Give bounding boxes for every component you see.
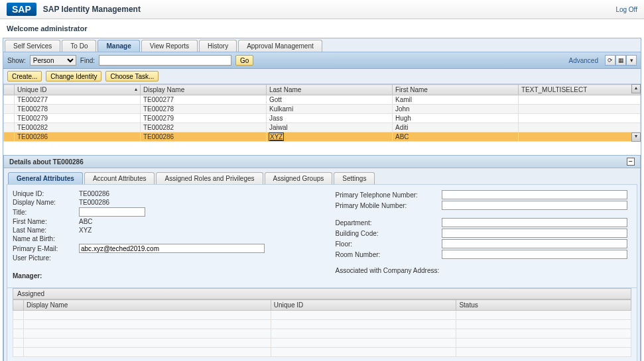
- tab-manage[interactable]: Manage: [97, 40, 139, 52]
- assigned-header: Assigned: [13, 288, 631, 299]
- mgr-col-status[interactable]: Status: [456, 300, 631, 311]
- label-company-addr: Associated with Company Address:: [336, 267, 468, 274]
- mgr-col-unique-id[interactable]: Unique ID: [271, 300, 456, 311]
- manager-section: Manager:: [13, 270, 309, 282]
- col-selector[interactable]: [4, 85, 15, 95]
- sort-asc-icon: ▴: [135, 86, 137, 92]
- label-title: Title:: [13, 209, 79, 216]
- value-display-name: TE000286: [79, 199, 309, 206]
- table-row[interactable]: TE000279TE000279JassHugh: [4, 114, 641, 123]
- export-icon[interactable]: ▦: [615, 55, 626, 66]
- details-title: Details about TE000286: [9, 158, 84, 166]
- input-room[interactable]: [442, 250, 627, 259]
- search-toolbar: Show: Person Find: Go Advanced ⟳ ▦ ▾: [3, 52, 641, 69]
- form-right: Primary Telephone Number: Primary Mobile…: [336, 190, 632, 282]
- label-building: Building Code:: [336, 230, 442, 237]
- table-row[interactable]: [13, 338, 631, 348]
- col-first-name[interactable]: First Name: [393, 85, 519, 95]
- input-email[interactable]: [79, 244, 265, 253]
- input-floor[interactable]: [442, 239, 627, 248]
- manager-label: Manager:: [13, 270, 309, 282]
- table-row-selected[interactable]: TE000286TE000286XYZABC: [4, 132, 641, 142]
- details-body: General Attributes Account Attributes As…: [3, 168, 641, 361]
- manager-table: Display Name Unique ID Status: [13, 299, 631, 357]
- table-row[interactable]: [13, 311, 631, 320]
- table-row[interactable]: TE000278TE000278KulkarniJohn: [4, 105, 641, 114]
- label-dept: Department:: [336, 219, 442, 227]
- form-left: Unique ID:TE000286 Display Name:TE000286…: [13, 190, 309, 282]
- show-select[interactable]: Person: [30, 55, 76, 66]
- tab-todo[interactable]: To Do: [62, 40, 96, 52]
- toolbar-icons: ⟳ ▦ ▾: [605, 55, 637, 66]
- label-unique-id: Unique ID:: [13, 190, 79, 197]
- create-button[interactable]: Create...: [7, 71, 42, 81]
- detail-tabs: General Attributes Account Attributes As…: [7, 171, 637, 184]
- table-row[interactable]: TE000282TE000282JaiwalAditi: [4, 123, 641, 132]
- value-unique-id: TE000286: [79, 190, 309, 197]
- input-title[interactable]: [79, 207, 145, 217]
- input-phone[interactable]: [442, 190, 627, 199]
- find-input[interactable]: [99, 55, 231, 66]
- main-content: Self Services To Do Manage View Reports …: [3, 38, 641, 361]
- app-header: SAP SAP Identity Management Log Off: [0, 0, 644, 19]
- collapse-icon[interactable]: −: [627, 158, 635, 166]
- input-mobile[interactable]: [442, 201, 627, 210]
- col-unique-id[interactable]: Unique ID▴: [15, 85, 141, 95]
- app-title: SAP Identity Management: [43, 5, 141, 14]
- welcome-text: Welcome administrator: [0, 19, 644, 38]
- table-row[interactable]: [13, 348, 631, 357]
- scroll-down-icon[interactable]: ▾: [631, 132, 641, 142]
- label-display-name: Display Name:: [13, 199, 79, 206]
- mgr-col-sel[interactable]: [13, 300, 24, 311]
- label-first-name: First Name:: [13, 218, 79, 225]
- find-label: Find:: [80, 57, 95, 64]
- action-row: Create... Change Identity Choose Task...: [3, 69, 641, 84]
- label-phone: Primary Telephone Number:: [336, 191, 442, 199]
- tab-reports[interactable]: View Reports: [141, 40, 198, 52]
- input-building[interactable]: [442, 229, 627, 238]
- label-last-name: Last Name:: [13, 227, 79, 234]
- change-identity-button[interactable]: Change Identity: [46, 71, 101, 81]
- logoff-link[interactable]: Log Off: [615, 6, 637, 13]
- scroll-up-icon[interactable]: ▴: [631, 84, 641, 93]
- label-floor: Floor:: [336, 240, 442, 248]
- label-picture: User Picture:: [13, 254, 79, 262]
- col-text-multiselect[interactable]: TEXT_MULTISELECT: [519, 85, 641, 95]
- nav-tabs: Self Services To Do Manage View Reports …: [3, 38, 641, 52]
- settings-icon[interactable]: ▾: [626, 55, 637, 66]
- label-name-birth: Name at Birth:: [13, 235, 79, 242]
- value-last-name: XYZ: [79, 227, 309, 234]
- tab-self-services[interactable]: Self Services: [5, 40, 60, 52]
- col-display-name[interactable]: Display Name: [141, 85, 267, 95]
- mgr-col-display-name[interactable]: Display Name: [24, 300, 271, 311]
- detail-content: Unique ID:TE000286 Display Name:TE000286…: [7, 184, 637, 288]
- table-row[interactable]: [13, 329, 631, 338]
- label-email: Primary E-Mail:: [13, 245, 79, 252]
- choose-task-button[interactable]: Choose Task...: [105, 71, 159, 81]
- go-button[interactable]: Go: [235, 55, 253, 66]
- tab-history[interactable]: History: [199, 40, 237, 52]
- advanced-link[interactable]: Advanced: [569, 57, 598, 64]
- value-first-name: ABC: [79, 218, 309, 225]
- tab-settings[interactable]: Settings: [334, 172, 375, 184]
- tab-assigned-groups[interactable]: Assigned Groups: [265, 172, 333, 184]
- label-mobile: Primary Mobile Number:: [336, 202, 442, 209]
- tab-account-attributes[interactable]: Account Attributes: [84, 172, 155, 184]
- input-dept[interactable]: [442, 218, 627, 227]
- tab-assigned-roles[interactable]: Assigned Roles and Privileges: [156, 172, 263, 184]
- details-header: Details about TE000286 −: [3, 155, 641, 168]
- col-last-name[interactable]: Last Name: [267, 85, 393, 95]
- identity-table: Unique ID▴ Display Name Last Name First …: [3, 84, 641, 142]
- sap-logo: SAP: [7, 3, 36, 16]
- table-row[interactable]: [13, 320, 631, 329]
- tab-approval[interactable]: Approval Management: [238, 40, 322, 52]
- tab-general-attributes[interactable]: General Attributes: [8, 172, 83, 184]
- label-room: Room Number:: [336, 251, 442, 258]
- show-label: Show:: [7, 57, 26, 64]
- header-left: SAP SAP Identity Management: [7, 3, 141, 16]
- table-row[interactable]: TE000277TE000277GottKamil: [4, 95, 641, 105]
- refresh-icon[interactable]: ⟳: [605, 55, 615, 66]
